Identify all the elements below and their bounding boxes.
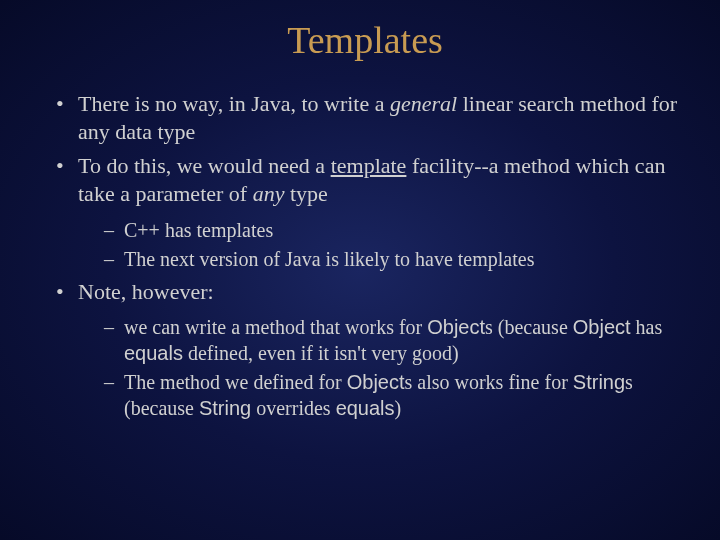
text: ) xyxy=(395,397,402,419)
code: Object xyxy=(427,316,485,338)
text: we can write a method that works for xyxy=(124,316,427,338)
sub-list: we can write a method that works for Obj… xyxy=(78,314,680,421)
code: equals xyxy=(124,342,183,364)
text: To do this, we would need a xyxy=(78,153,331,178)
sub-bullet: we can write a method that works for Obj… xyxy=(100,314,680,366)
bullet-3: Note, however: we can write a method tha… xyxy=(50,278,680,421)
emphasis: any xyxy=(253,181,285,206)
emphasis: general xyxy=(390,91,457,116)
underline: template xyxy=(331,153,407,178)
sub-bullet: The next version of Java is likely to ha… xyxy=(100,246,680,272)
text: Note, however: xyxy=(78,279,214,304)
bullet-1: There is no way, in Java, to write a gen… xyxy=(50,90,680,146)
bullet-2: To do this, we would need a template fac… xyxy=(50,152,680,271)
text: overrides xyxy=(251,397,335,419)
text: The method we defined for xyxy=(124,371,347,393)
bullet-list: There is no way, in Java, to write a gen… xyxy=(50,90,680,421)
text: There is no way, in Java, to write a xyxy=(78,91,390,116)
code: Object xyxy=(573,316,631,338)
sub-bullet: C++ has templates xyxy=(100,217,680,243)
code: String xyxy=(199,397,251,419)
text: s also works fine for xyxy=(405,371,573,393)
sub-list: C++ has templates The next version of Ja… xyxy=(78,217,680,272)
code: Object xyxy=(347,371,405,393)
text: type xyxy=(284,181,327,206)
slide-title: Templates xyxy=(50,18,680,62)
text: defined, even if it isn't very good) xyxy=(183,342,459,364)
text: has xyxy=(631,316,663,338)
slide: Templates There is no way, in Java, to w… xyxy=(0,0,720,540)
sub-bullet: The method we defined for Objects also w… xyxy=(100,369,680,421)
code: String xyxy=(573,371,625,393)
code: equals xyxy=(336,397,395,419)
text: s (because xyxy=(485,316,573,338)
slide-content: There is no way, in Java, to write a gen… xyxy=(50,90,680,421)
